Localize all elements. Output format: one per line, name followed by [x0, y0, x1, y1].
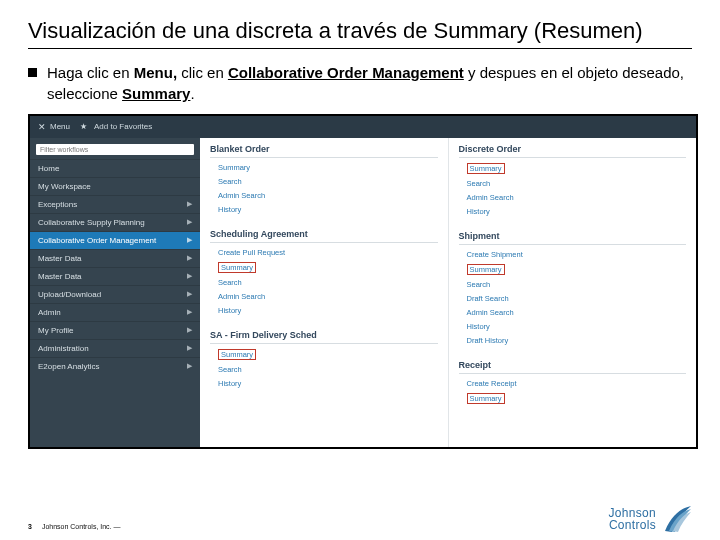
menu-link[interactable]: Admin Search	[467, 191, 687, 205]
chevron-right-icon: ▶	[187, 236, 192, 244]
bullet-item: Haga clic en Menu, clic en Collaborative…	[28, 63, 692, 104]
close-icon: ✕	[38, 122, 46, 132]
highlight-box: Summary	[218, 349, 256, 360]
sidebar-item[interactable]: My Workspace	[30, 177, 200, 195]
screenshot-frame: ✕Menu Add to Favorites Filter workflows …	[28, 114, 698, 449]
menu-link[interactable]: Admin Search	[218, 290, 438, 304]
highlight-box: Summary	[467, 264, 505, 275]
menu-link[interactable]: History	[218, 377, 438, 391]
chevron-right-icon: ▶	[187, 362, 192, 370]
add-favorites-button[interactable]: Add to Favorites	[80, 122, 152, 131]
menu-link[interactable]: Summary	[218, 161, 438, 175]
bullet-icon	[28, 68, 37, 77]
menu-link[interactable]: Summary	[467, 391, 687, 407]
logo-line2: Controls	[609, 519, 656, 531]
col-discrete: Discrete Order SummarySearchAdmin Search…	[448, 138, 697, 447]
menu-link[interactable]: History	[467, 320, 687, 334]
menu-link[interactable]: Admin Search	[218, 189, 438, 203]
menu-link[interactable]: Search	[467, 177, 687, 191]
highlight-box: Summary	[467, 393, 505, 404]
brand-logo: Johnson Controls	[609, 504, 692, 534]
menu-link[interactable]: Summary	[467, 161, 687, 177]
app-topbar: ✕Menu Add to Favorites	[30, 116, 696, 138]
footer-company: Johnson Controls, Inc. —	[42, 523, 121, 530]
highlight-box: Summary	[218, 262, 256, 273]
section-header: Blanket Order	[210, 138, 438, 158]
menu-link[interactable]: Summary	[467, 262, 687, 278]
sidebar-item[interactable]: Master Data▶	[30, 249, 200, 267]
menu-link[interactable]: Summary	[218, 347, 438, 363]
sidebar-item[interactable]: Exceptions▶	[30, 195, 200, 213]
filter-input[interactable]: Filter workflows	[36, 144, 194, 155]
sidebar-item[interactable]: Collaborative Order Management▶	[30, 231, 200, 249]
menu-link[interactable]: Create Receipt	[467, 377, 687, 391]
menu-link[interactable]: Create Shipment	[467, 248, 687, 262]
col-blanket: Blanket Order SummarySearchAdmin SearchH…	[200, 138, 448, 447]
menu-link[interactable]: Search	[218, 276, 438, 290]
chevron-right-icon: ▶	[187, 290, 192, 298]
sidebar-item[interactable]: My Profile▶	[30, 321, 200, 339]
menu-link[interactable]: Create Pull Request	[218, 246, 438, 260]
section-header: Receipt	[459, 354, 687, 374]
sidebar-item[interactable]: Administration▶	[30, 339, 200, 357]
menu-link[interactable]: Admin Search	[467, 306, 687, 320]
section-header: Discrete Order	[459, 138, 687, 158]
chevron-right-icon: ▶	[187, 254, 192, 262]
page-number: 3	[28, 523, 32, 530]
menu-link[interactable]: History	[467, 205, 687, 219]
menu-link[interactable]: Summary	[218, 260, 438, 276]
sidebar-item[interactable]: Master Data▶	[30, 267, 200, 285]
sidebar-item[interactable]: Collaborative Supply Planning▶	[30, 213, 200, 231]
menu-link[interactable]: Search	[218, 175, 438, 189]
sidebar: Filter workflows HomeMy WorkspaceExcepti…	[30, 138, 200, 447]
menu-link[interactable]: Search	[218, 363, 438, 377]
menu-link[interactable]: Draft History	[467, 334, 687, 348]
section-header: SA - Firm Delivery Sched	[210, 324, 438, 344]
slide-footer: 3 Johnson Controls, Inc. —	[28, 523, 121, 530]
sidebar-item[interactable]: E2open Analytics▶	[30, 357, 200, 375]
menu-link[interactable]: History	[218, 203, 438, 217]
sidebar-item[interactable]: Home	[30, 159, 200, 177]
chevron-right-icon: ▶	[187, 344, 192, 352]
menu-panels: Blanket Order SummarySearchAdmin SearchH…	[200, 138, 696, 447]
bullet-text: Haga clic en Menu, clic en Collaborative…	[47, 63, 692, 104]
chevron-right-icon: ▶	[187, 200, 192, 208]
chevron-right-icon: ▶	[187, 308, 192, 316]
menu-link[interactable]: Search	[467, 278, 687, 292]
chevron-right-icon: ▶	[187, 326, 192, 334]
chevron-right-icon: ▶	[187, 218, 192, 226]
section-header: Scheduling Agreement	[210, 223, 438, 243]
menu-link[interactable]: History	[218, 304, 438, 318]
chevron-right-icon: ▶	[187, 272, 192, 280]
swoosh-icon	[662, 504, 692, 534]
title-rule	[28, 48, 692, 49]
highlight-box: Summary	[467, 163, 505, 174]
section-header: Shipment	[459, 225, 687, 245]
sidebar-item[interactable]: Admin▶	[30, 303, 200, 321]
sidebar-item[interactable]: Upload/Download▶	[30, 285, 200, 303]
menu-link[interactable]: Draft Search	[467, 292, 687, 306]
page-title: Visualización de una discreta a través d…	[28, 18, 692, 44]
menu-button[interactable]: ✕Menu	[38, 122, 70, 132]
